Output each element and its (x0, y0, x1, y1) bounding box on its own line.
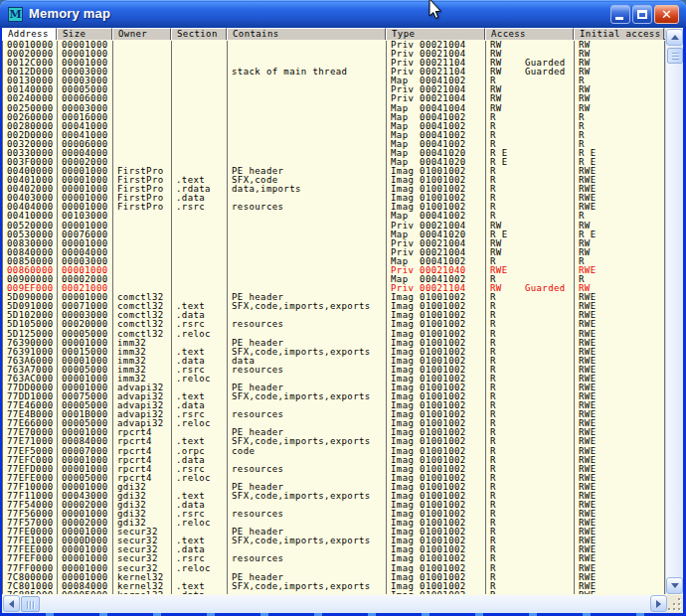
table-row[interactable]: 77E4B000 0001B000 advapi32 .rsrc resourc… (3, 410, 665, 419)
table-row[interactable]: 763A6000 00001000 imm32 .data data Imag … (3, 357, 665, 366)
cell-size: 00007000 (58, 447, 113, 456)
table-row[interactable]: 00402000 00001000 FirstPro .rdata data,i… (3, 185, 665, 194)
table-row[interactable]: 77DD0000 00001000 advapi32 PE header Ima… (3, 384, 665, 392)
table-row[interactable]: 00320000 00006000 Map 00041002 R R (3, 140, 665, 149)
table-row[interactable]: 77DD1000 00075000 advapi32 .text SFX,cod… (3, 392, 665, 401)
table-row[interactable]: 00900000 00002000 Map 00041002 R R (3, 275, 665, 284)
table-row[interactable]: 00401000 00001000 FirstPro .text SFX,cod… (3, 176, 665, 185)
table-row[interactable]: 7C800000 00001000 kernel32 PE header Ima… (3, 573, 665, 582)
cell-section: .reloc (172, 419, 228, 428)
table-row[interactable]: 00130000 00003000 Map 00041002 R R (3, 77, 665, 85)
cell-owner: imm32 (113, 348, 172, 357)
table-row[interactable]: 00860000 00001000 Priv 00021040 RWE RWE (3, 266, 665, 275)
table-row[interactable]: 00830000 00001000 Priv 00021004 RW RW (3, 239, 665, 248)
cell-access: R (486, 510, 575, 519)
table-row[interactable]: 763A7000 00005000 imm32 .rsrc resources … (3, 366, 665, 375)
column-header-owner[interactable]: Owner (112, 28, 171, 40)
column-header-section[interactable]: Section (171, 28, 227, 40)
table-row[interactable]: 77F11000 00043000 gdi32 .text SFX,code,i… (3, 492, 665, 501)
table-row[interactable]: 003F0000 00002000 Map 00041020 R E R E (3, 158, 665, 167)
table-row[interactable]: 00404000 00001000 FirstPro .rsrc resourc… (3, 203, 665, 212)
table-row[interactable]: 77EFC000 00001000 rpcrt4 .data Imag 0100… (3, 456, 665, 465)
table-row[interactable]: 77E70000 00001000 rpcrt4 PE header Imag … (3, 428, 665, 437)
table-row[interactable]: 00403000 00001000 FirstPro .data Imag 01… (3, 194, 665, 203)
table-row[interactable]: 00840000 00004000 Priv 00021004 RW RW (3, 248, 665, 257)
table-row[interactable]: 00520000 00001000 Priv 00021004 RW RW (3, 222, 665, 231)
table-row[interactable]: 77E66000 00005000 advapi32 .reloc Imag 0… (3, 419, 665, 428)
table-row[interactable]: 77FEF000 00001000 secur32 .rsrc resource… (3, 554, 665, 563)
column-header-access[interactable]: Access (485, 28, 574, 40)
table-row[interactable]: 002D0000 00041000 Map 00041002 R R (3, 131, 665, 140)
table-row[interactable]: 0012D000 00003000 stack of main thread P… (3, 68, 665, 77)
table-row[interactable]: 5D102000 00003000 comctl32 .data Imag 01… (3, 311, 665, 320)
cell-initial: R (575, 131, 665, 140)
table-row[interactable]: 00400000 00001000 FirstPro PE header Ima… (3, 167, 665, 176)
table-row[interactable]: 77FF0000 00001000 secur32 .reloc Imag 01… (3, 564, 665, 573)
table-row[interactable]: 77E46000 00005000 advapi32 .data Imag 01… (3, 401, 665, 410)
table-row[interactable]: 763AC000 00001000 imm32 .reloc Imag 0100… (3, 375, 665, 384)
cell-owner (113, 122, 172, 131)
table-row[interactable]: 5D091000 00071000 comctl32 .text SFX,cod… (3, 302, 665, 311)
cell-address: 77E4B000 (3, 410, 58, 419)
window-icon[interactable]: M (8, 7, 23, 22)
table-row[interactable]: 77E71000 00084000 rpcrt4 .text SFX,code,… (3, 437, 665, 446)
scroll-left-button[interactable] (3, 595, 20, 612)
cell-section (172, 483, 228, 492)
scroll-right-button[interactable] (650, 595, 667, 612)
table-row[interactable]: 76390000 00001000 imm32 PE header Imag 0… (3, 339, 665, 348)
column-header-size[interactable]: Size (57, 28, 112, 40)
cell-access: R (486, 212, 575, 221)
table-row[interactable]: 00010000 00001000 Priv 00021004 RW RW (3, 41, 665, 50)
table-row[interactable]: 0012C000 00001000 Priv 00021104 RW Guard… (3, 59, 665, 68)
cell-initial: RWE (575, 311, 665, 320)
close-button[interactable]: ✕ (654, 5, 679, 24)
table-row[interactable]: 7C885000 00005000 kernel32 .data Imag 01… (3, 591, 665, 594)
table-row[interactable]: 00250000 00003000 Map 00041004 RW RW (3, 104, 665, 113)
table-row[interactable]: 77EFE000 00005000 rpcrt4 .reloc Imag 010… (3, 474, 665, 483)
table-row[interactable]: 5D105000 00020000 comctl32 .rsrc resourc… (3, 320, 665, 329)
table-row[interactable]: 77F56000 00001000 gdi32 .rsrc resources … (3, 510, 665, 519)
horizontal-scrollbar[interactable] (2, 595, 667, 613)
table-row[interactable]: 77EF5000 00007000 rpcrt4 .orpc code Imag… (3, 447, 665, 456)
resize-grip[interactable] (667, 595, 683, 613)
table-row[interactable]: 00260000 00016000 Map 00041002 R R (3, 113, 665, 122)
horizontal-scroll-thumb[interactable] (21, 596, 40, 612)
table-row[interactable]: 76391000 00015000 imm32 .text SFX,code,i… (3, 348, 665, 357)
column-header-contains[interactable]: Contains (227, 28, 386, 40)
cell-owner: rpcrt4 (113, 474, 172, 483)
table-row[interactable]: 00410000 00103000 Map 00041002 R R (3, 212, 665, 221)
table-row[interactable]: 77FEE000 00001000 secur32 .data Imag 010… (3, 545, 665, 554)
table-row[interactable]: 00240000 00006000 Priv 00021004 RW RW (3, 94, 665, 103)
maximize-button[interactable] (632, 5, 652, 24)
vertical-scroll-thumb[interactable] (667, 48, 683, 64)
cell-section (172, 77, 228, 85)
table-row[interactable]: 00850000 00003000 Map 00041002 R R (3, 257, 665, 266)
table-row[interactable]: 5D090000 00001000 comctl32 PE header Ima… (3, 293, 665, 302)
column-header-initial[interactable]: Initial access (574, 28, 664, 40)
vertical-scrollbar[interactable] (665, 29, 683, 594)
cell-access: R (486, 348, 575, 357)
titlebar[interactable]: M Memory map ✕ (0, 0, 686, 28)
cell-type: Imag 01001002 (387, 573, 486, 582)
table-row[interactable]: 009EF000 00021000 Priv 00021104 RW Guard… (3, 284, 665, 293)
table-row[interactable]: 77EFD000 00001000 rpcrt4 .rsrc resources… (3, 465, 665, 474)
table-row[interactable]: 77FE0000 00001000 secur32 PE header Imag… (3, 528, 665, 537)
table-row[interactable]: 00020000 00001000 Priv 00021004 RW RW (3, 50, 665, 59)
table-row[interactable]: 00330000 00004000 Map 00041020 R E R E (3, 149, 665, 158)
cell-address: 77F54000 (3, 501, 58, 510)
table-row[interactable]: 77F54000 00002000 gdi32 .data Imag 01001… (3, 501, 665, 510)
scroll-down-button[interactable] (666, 577, 683, 594)
column-header-address[interactable]: Address (2, 28, 57, 40)
cell-type: Imag 01001002 (387, 339, 486, 348)
table-row[interactable]: 5D125000 00005000 comctl32 .reloc Imag 0… (3, 330, 665, 339)
column-header-type[interactable]: Type (386, 28, 485, 40)
table-row[interactable]: 00140000 00005000 Priv 00021004 RW RW (3, 85, 665, 94)
table-row[interactable]: 00530000 00076000 Map 00041020 R E R E (3, 231, 665, 239)
table-row[interactable]: 00280000 00041000 Map 00041002 R R (3, 122, 665, 131)
scroll-up-button[interactable] (666, 29, 683, 46)
minimize-button[interactable] (610, 5, 630, 24)
table-row[interactable]: 77F57000 00002000 gdi32 .reloc Imag 0100… (3, 519, 665, 528)
table-row[interactable]: 77FE1000 0000D000 secur32 .text SFX,code… (3, 537, 665, 545)
table-row[interactable]: 77F10000 00001000 gdi32 PE header Imag 0… (3, 483, 665, 492)
table-row[interactable]: 7C801000 00084000 kernel32 .text SFX,cod… (3, 582, 665, 591)
